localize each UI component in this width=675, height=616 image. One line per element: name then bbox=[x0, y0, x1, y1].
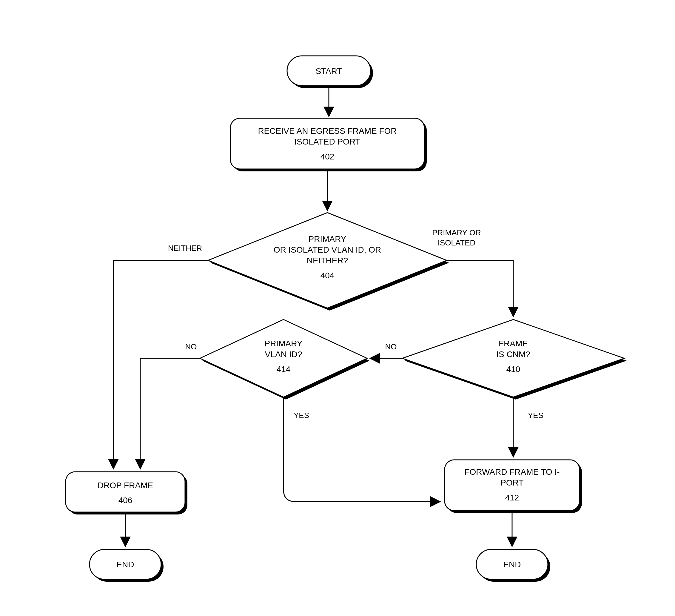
edge-414-no bbox=[140, 358, 200, 469]
label-414-yes: YES bbox=[294, 411, 309, 420]
decision-410-line2: IS CNM? bbox=[496, 350, 530, 359]
start-label: START bbox=[315, 67, 342, 76]
process-406-line2: 406 bbox=[119, 496, 133, 505]
end2-label: END bbox=[503, 560, 521, 569]
label-primary-isolated-2: ISOLATED bbox=[438, 238, 476, 247]
process-412-line1: FORWARD FRAME TO I- bbox=[464, 467, 559, 477]
label-410-yes: YES bbox=[528, 411, 543, 420]
start-node: START bbox=[287, 56, 373, 88]
edge-neither bbox=[114, 260, 208, 469]
process-406: DROP FRAME 406 bbox=[66, 472, 188, 515]
process-412: FORWARD FRAME TO I- PORT 412 bbox=[445, 460, 582, 513]
label-414-no: NO bbox=[185, 342, 197, 351]
decision-404-line2: OR ISOLATED VLAN ID, OR bbox=[274, 245, 381, 254]
end-node-2: END bbox=[476, 549, 550, 581]
process-412-line2: PORT bbox=[501, 478, 523, 487]
flowchart-canvas: START RECEIVE AN EGRESS FRAME FOR ISOLAT… bbox=[0, 0, 675, 616]
end-node-1: END bbox=[89, 549, 163, 581]
edge-primary-isolated bbox=[447, 260, 513, 317]
label-410-no: NO bbox=[385, 342, 397, 351]
end1-label: END bbox=[117, 560, 134, 569]
process-402: RECEIVE AN EGRESS FRAME FOR ISOLATED POR… bbox=[230, 118, 427, 172]
decision-414-line3: 414 bbox=[277, 364, 291, 374]
decision-404-line3: NEITHER? bbox=[307, 256, 348, 265]
process-406-line1: DROP FRAME bbox=[97, 481, 153, 490]
decision-410-line1: FRAME bbox=[499, 339, 528, 348]
decision-410: FRAME IS CNM? 410 bbox=[402, 320, 627, 400]
svg-rect-11 bbox=[66, 472, 185, 512]
decision-414-line2: VLAN ID? bbox=[265, 350, 302, 359]
decision-410-line3: 410 bbox=[506, 364, 520, 374]
decision-404: PRIMARY OR ISOLATED VLAN ID, OR NEITHER?… bbox=[208, 213, 449, 311]
process-412-line3: 412 bbox=[505, 493, 519, 502]
label-neither: NEITHER bbox=[168, 244, 202, 253]
label-primary-isolated-1: PRIMARY OR bbox=[432, 228, 481, 237]
decision-414: PRIMARY VLAN ID? 414 bbox=[200, 320, 369, 400]
process-402-line2: ISOLATED PORT bbox=[294, 137, 360, 146]
process-402-line1: RECEIVE AN EGRESS FRAME FOR bbox=[258, 126, 396, 136]
decision-404-line4: 404 bbox=[320, 271, 334, 280]
decision-404-line1: PRIMARY bbox=[308, 234, 346, 244]
process-402-line3: 402 bbox=[320, 152, 334, 161]
decision-414-line1: PRIMARY bbox=[265, 339, 302, 348]
